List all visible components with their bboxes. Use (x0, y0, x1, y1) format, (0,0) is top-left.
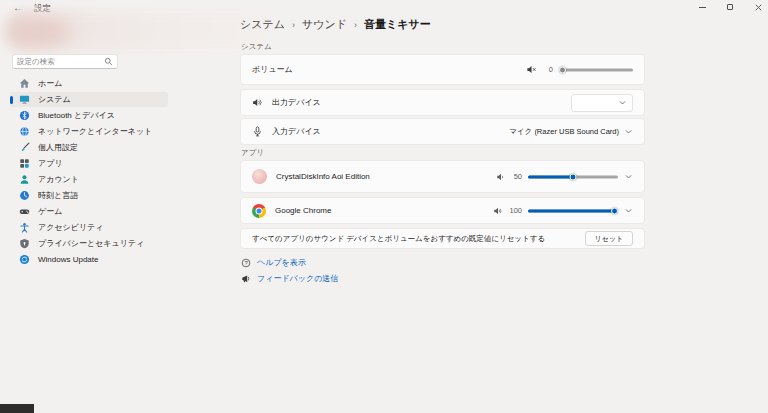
bluetooth-icon (19, 110, 30, 121)
reset-description: すべてのアプリのサウンド デバイスとボリュームをおすすめの既定値にリセットする (252, 234, 545, 244)
chevron-down-icon (618, 98, 627, 107)
sidebar-item-privacy[interactable]: プライバシーとセキュリティ (10, 236, 168, 251)
sidebar-item-label: アクセシビリティ (38, 222, 104, 233)
speaker-small-icon[interactable] (496, 172, 506, 182)
slider-thumb[interactable] (570, 173, 577, 180)
sidebar-item-windows-update[interactable]: Windows Update (10, 252, 168, 267)
maximize-button[interactable] (718, 0, 742, 14)
chevron-down-icon (624, 127, 633, 136)
slider-fill (528, 209, 618, 212)
windows-update-icon (19, 254, 30, 265)
speaker-output-icon (252, 97, 263, 108)
sidebar-item-home[interactable]: ホーム (10, 76, 168, 91)
chevron-down-icon[interactable] (624, 206, 633, 215)
sidebar-item-apps[interactable]: アプリ (10, 156, 168, 171)
slider-thumb[interactable] (559, 66, 566, 73)
breadcrumb-system[interactable]: システム (240, 17, 285, 32)
sidebar-item-label: アカウント (38, 174, 79, 185)
close-icon (755, 4, 762, 11)
sidebar-item-label: システム (38, 94, 71, 105)
network-icon (19, 126, 30, 137)
home-icon (19, 78, 30, 89)
chrome-app-icon (252, 204, 266, 218)
sidebar-item-system[interactable]: システム (10, 92, 168, 107)
app-row-chrome: Google Chrome 100 (240, 197, 645, 224)
sidebar-item-network[interactable]: ネットワークとインターネット (10, 124, 168, 139)
feedback-megaphone-icon (241, 274, 251, 284)
slider-track (559, 68, 633, 71)
accounts-person-icon (19, 174, 30, 185)
chevron-down-icon[interactable] (624, 172, 633, 181)
sidebar-item-label: ホーム (38, 78, 62, 89)
search-icon (104, 57, 113, 66)
input-device-dropdown[interactable]: マイク (Razer USB Sound Card) (509, 127, 633, 137)
apps-grid-icon (19, 158, 30, 169)
breadcrumb: システム › サウンド › 音量ミキサー (240, 17, 431, 32)
sidebar-item-label: 時刻と言語 (38, 190, 78, 201)
app-volume-slider[interactable] (528, 206, 618, 215)
app-name: CrystalDiskInfo Aoi Edition (276, 172, 370, 181)
sidebar-item-personalization[interactable]: 個人用設定 (10, 140, 168, 155)
breadcrumb-sound[interactable]: サウンド (302, 17, 347, 32)
sidebar-item-bluetooth[interactable]: Bluetooth とデバイス (10, 108, 168, 123)
slider-thumb[interactable] (611, 207, 618, 214)
svg-text:?: ? (244, 260, 248, 266)
microphone-icon (252, 126, 263, 137)
output-device-label: 出力デバイス (272, 97, 321, 108)
app-volume-slider[interactable] (528, 172, 618, 181)
accessibility-person-icon (19, 222, 30, 233)
close-button[interactable] (746, 0, 768, 14)
speaker-mute-icon[interactable] (526, 64, 537, 75)
volume-value: 0 (543, 65, 553, 74)
breadcrumb-separator: › (354, 20, 357, 30)
input-device-value: マイク (Razer USB Sound Card) (509, 127, 619, 137)
reset-button[interactable]: リセット (585, 231, 633, 246)
input-device-label: 入力デバイス (272, 126, 321, 137)
app-name: Google Chrome (275, 206, 331, 215)
sidebar-item-accessibility[interactable]: アクセシビリティ (10, 220, 168, 235)
page-title: 音量ミキサー (364, 17, 431, 32)
taskbar-fragment (0, 404, 34, 413)
sidebar-item-label: Bluetooth とデバイス (38, 110, 115, 121)
settings-search[interactable] (12, 54, 118, 69)
sidebar-item-label: ゲーム (38, 206, 62, 217)
app-row-crystaldiskinfo: CrystalDiskInfo Aoi Edition 50 (240, 160, 645, 193)
search-input[interactable] (17, 57, 104, 66)
get-help-label: ヘルプを表示 (257, 257, 306, 268)
sidebar-item-label: ネットワークとインターネット (38, 126, 152, 137)
gaming-controller-icon (19, 206, 30, 217)
minimize-button[interactable] (690, 0, 714, 14)
privacy-lock-icon (19, 238, 30, 249)
sidebar-item-label: アプリ (38, 158, 63, 169)
personalization-brush-icon (19, 142, 30, 153)
minimize-icon (699, 7, 706, 8)
volume-label: ボリューム (252, 64, 293, 75)
sidebar-item-label: 個人用設定 (38, 142, 78, 153)
system-section-label: システム (241, 42, 272, 52)
sidebar-item-label: プライバシーとセキュリティ (38, 238, 144, 249)
slider-fill (528, 175, 573, 178)
output-device-dropdown[interactable] (571, 94, 633, 112)
breadcrumb-separator: › (292, 20, 295, 30)
crystaldiskinfo-app-icon (252, 169, 267, 184)
send-feedback-label: フィードバックの送信 (257, 273, 338, 284)
sidebar-item-gaming[interactable]: ゲーム (10, 204, 168, 219)
sidebar-nav: ホーム システム Bluetooth とデバイス ネットワークとインターネット … (10, 76, 168, 268)
volume-row: ボリューム 0 (240, 54, 645, 85)
sidebar-item-accounts[interactable]: アカウント (10, 172, 168, 187)
send-feedback-link[interactable]: フィードバックの送信 (241, 273, 338, 284)
time-language-clock-icon (19, 190, 30, 201)
app-volume-value: 100 (509, 206, 522, 215)
volume-slider[interactable] (559, 65, 633, 74)
sidebar-item-label: Windows Update (38, 255, 98, 264)
output-device-row: 出力デバイス (240, 89, 645, 116)
help-question-icon: ? (241, 258, 251, 268)
get-help-link[interactable]: ? ヘルプを表示 (241, 257, 306, 268)
sidebar-item-time-language[interactable]: 時刻と言語 (10, 188, 168, 203)
avatar (10, 19, 68, 45)
apps-section-label: アプリ (241, 148, 264, 158)
maximize-icon (727, 4, 733, 10)
speaker-small-icon[interactable] (493, 206, 503, 216)
input-device-row: 入力デバイス マイク (Razer USB Sound Card) (240, 118, 645, 145)
reset-row: すべてのアプリのサウンド デバイスとボリュームをおすすめの既定値にリセットする … (240, 228, 645, 249)
